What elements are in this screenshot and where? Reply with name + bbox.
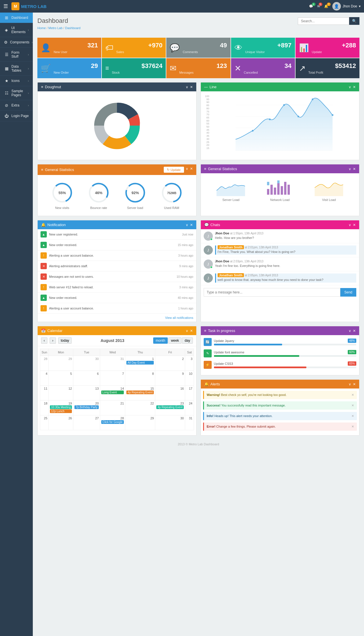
- cal-day-4[interactable]: 4: [40, 371, 49, 386]
- chat-close-btn[interactable]: ✕: [353, 223, 356, 227]
- alert-warning-close[interactable]: ✕: [351, 393, 354, 397]
- cal-prev-btn[interactable]: ‹: [41, 337, 47, 344]
- cal-day-29-prev[interactable]: 29: [49, 356, 73, 371]
- cal-day-18[interactable]: 18: [40, 400, 49, 415]
- cal-day-5[interactable]: 5: [49, 371, 73, 386]
- cal-day-28[interactable]: 28Click for Google: [100, 415, 125, 430]
- gen-stats-left-collapse[interactable]: ∨: [186, 167, 188, 173]
- cal-event-birthday[interactable]: 7p Birthday Party: [74, 405, 99, 409]
- line-collapse-btn[interactable]: ∨: [349, 85, 351, 89]
- cal-day-27[interactable]: 27: [73, 415, 100, 430]
- cal-day-11[interactable]: 11: [40, 386, 49, 400]
- breadcrumb-home[interactable]: Home: [37, 26, 46, 30]
- cal-day-15[interactable]: 154p Repeating Event: [125, 386, 155, 400]
- alert-error-close[interactable]: ✕: [351, 425, 354, 428]
- chat-collapse-btn[interactable]: ∨: [349, 223, 351, 227]
- alerts-collapse-btn[interactable]: ∨: [349, 382, 351, 386]
- messages-icon-wrap[interactable]: 💬 6: [309, 4, 313, 8]
- breadcrumb-metro[interactable]: Metro Lab: [48, 26, 63, 30]
- cal-day-17[interactable]: 17: [185, 386, 194, 400]
- cal-day-1[interactable]: 1All Day Event: [125, 356, 155, 371]
- cal-day-16[interactable]: 16: [155, 386, 185, 400]
- cal-day-24[interactable]: 24: [185, 400, 194, 415]
- line-close-btn[interactable]: ✕: [353, 85, 356, 89]
- donut-close-btn[interactable]: ✕: [190, 85, 193, 89]
- cal-month-view-btn[interactable]: month: [153, 337, 168, 344]
- tile-new-user[interactable]: 👤 321 New User: [37, 38, 101, 58]
- sidebar-item-ui-elements[interactable]: ◈ UI Elements ›: [0, 23, 33, 37]
- sidebar-item-dashboard[interactable]: ⊞ Dashboard: [0, 13, 33, 23]
- sidebar-item-form-stuff[interactable]: ☰ Form Stuff ›: [0, 48, 33, 62]
- cal-event-long[interactable]: Long Event: [101, 391, 124, 394]
- cal-day-31[interactable]: 31: [185, 415, 194, 430]
- chat-send-button[interactable]: Send: [340, 288, 356, 297]
- sidebar-item-login[interactable]: ⏻ Login Page: [0, 111, 33, 121]
- cal-day-23[interactable]: 234p Repeating Event: [155, 400, 185, 415]
- cal-day-21[interactable]: 21: [100, 400, 125, 415]
- notif-collapse-btn[interactable]: ∨: [186, 223, 188, 227]
- cal-next-btn[interactable]: ›: [50, 337, 56, 344]
- cal-event-meeting[interactable]: 10:30a Meeting: [50, 405, 72, 409]
- search-input[interactable]: [298, 17, 349, 25]
- cal-collapse-btn[interactable]: ∨: [186, 329, 188, 333]
- gen-stats-right-collapse[interactable]: ∨: [349, 167, 351, 171]
- cal-day-19[interactable]: 1910:30a Meeting12p Lunch: [49, 400, 73, 415]
- cal-day-14[interactable]: 14Long Event: [100, 386, 125, 400]
- cal-week-view-btn[interactable]: week: [168, 337, 181, 344]
- cal-event-lunch[interactable]: 12p Lunch: [50, 409, 72, 413]
- cal-event-all-day[interactable]: All Day Event: [126, 361, 154, 365]
- cal-day-9[interactable]: 9: [155, 371, 185, 386]
- cal-day-6[interactable]: 6: [73, 371, 100, 386]
- donut-collapse-btn[interactable]: ∨: [186, 85, 188, 89]
- tasks-collapse-btn[interactable]: ∨: [349, 329, 351, 333]
- view-all-notifications[interactable]: View all notifications: [38, 314, 196, 322]
- sidebar-item-icons[interactable]: ★ Icons ›: [0, 76, 33, 86]
- tile-update[interactable]: 📊 +288 Update: [296, 38, 359, 58]
- cal-close-btn[interactable]: ✕: [190, 329, 193, 333]
- tile-total-profit[interactable]: ↗ $53412 Total Profit: [296, 58, 359, 78]
- tile-unique-visitor[interactable]: 👁 +897 Unique Visitor: [231, 38, 295, 58]
- hamburger-menu[interactable]: ☰: [3, 3, 8, 9]
- cal-day-3[interactable]: 3: [185, 356, 194, 371]
- bell-icon-wrap[interactable]: 🔔 7: [324, 4, 328, 8]
- alert-info-close[interactable]: ✕: [351, 414, 354, 418]
- cal-day-28-prev[interactable]: 28: [40, 356, 49, 371]
- cal-day-31-prev[interactable]: 31: [100, 356, 125, 371]
- cal-today-btn[interactable]: today: [58, 337, 72, 344]
- sidebar-item-extra[interactable]: ⊘ Extra ›: [0, 100, 33, 111]
- alert-success-close[interactable]: ✕: [351, 404, 354, 407]
- cal-day-13[interactable]: 13: [73, 386, 100, 400]
- alerts-close-btn[interactable]: ✕: [353, 382, 356, 386]
- tile-comments[interactable]: 💬 49 Comments: [166, 38, 230, 58]
- gen-stats-left-close[interactable]: ✕: [190, 167, 193, 173]
- cal-day-20[interactable]: 207p Birthday Party: [73, 400, 100, 415]
- update-button[interactable]: ↻ Update: [164, 167, 184, 173]
- cal-day-2[interactable]: 2: [155, 356, 185, 371]
- cal-day-26[interactable]: 26: [49, 415, 73, 430]
- sidebar-item-components[interactable]: ⚙ Components ›: [0, 37, 33, 48]
- notif-close-btn[interactable]: ✕: [190, 223, 193, 227]
- cal-event-repeating-2[interactable]: 4p Repeating Event: [156, 405, 184, 409]
- cal-day-30[interactable]: 30: [155, 415, 185, 430]
- chat-input-field[interactable]: [204, 288, 340, 297]
- cal-event-google[interactable]: Click for Google: [101, 420, 124, 424]
- cal-day-12[interactable]: 12: [49, 386, 73, 400]
- cal-day-7[interactable]: 7: [100, 371, 125, 386]
- cal-event-repeating-1[interactable]: 4p Repeating Event: [126, 391, 154, 394]
- cal-day-10[interactable]: 10: [185, 371, 194, 386]
- email-icon-wrap[interactable]: ✉ 5: [317, 4, 320, 8]
- cal-day-8[interactable]: 8: [125, 371, 155, 386]
- sidebar-item-sample-pages[interactable]: ☷ Sample Pages ›: [0, 86, 33, 100]
- cal-day-22[interactable]: 22: [125, 400, 155, 415]
- tile-cancelled[interactable]: ✕ 34 Cancelled: [231, 58, 295, 78]
- user-info[interactable]: 👤 Jhon Doe ▾: [332, 2, 361, 11]
- tile-sales[interactable]: 🏷 +970 Sales: [102, 38, 166, 58]
- tile-messages[interactable]: ✉ 123 Messages: [166, 58, 230, 78]
- cal-day-29[interactable]: 29: [125, 415, 155, 430]
- sidebar-item-data-tables[interactable]: ▦ Data Tables ›: [0, 62, 33, 76]
- cal-day-30-prev[interactable]: 30: [73, 356, 100, 371]
- search-button[interactable]: 🔍: [349, 17, 359, 25]
- cal-day-view-btn[interactable]: day: [182, 337, 193, 344]
- gen-stats-right-close[interactable]: ✕: [353, 167, 356, 171]
- tasks-close-btn[interactable]: ✕: [353, 329, 356, 333]
